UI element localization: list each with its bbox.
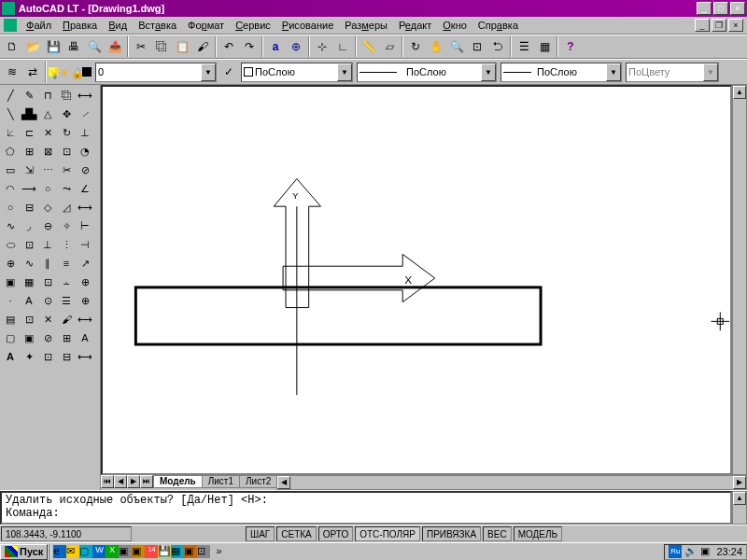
chevron-down-icon[interactable]: ▼: [337, 63, 352, 81]
tab-model[interactable]: Модель: [153, 475, 203, 488]
tab-nav-last-icon[interactable]: ⏭: [140, 475, 153, 488]
group-icon[interactable]: ⊞: [57, 329, 76, 347]
doc-icon[interactable]: [4, 19, 17, 32]
dimtedit-icon[interactable]: A: [76, 329, 94, 347]
scroll-right-icon[interactable]: ▶: [733, 476, 746, 489]
break-icon[interactable]: ⊟: [20, 198, 38, 217]
toggle-lwt[interactable]: ВЕС: [483, 526, 512, 541]
save-icon[interactable]: 💾: [43, 36, 63, 57]
menu-draw[interactable]: Рисование: [276, 18, 339, 33]
snap-mid-icon[interactable]: △: [38, 105, 57, 123]
chamfer-icon[interactable]: ◿: [57, 198, 76, 217]
scroll-up-icon[interactable]: ▲: [733, 492, 746, 505]
tray-app-icon[interactable]: ▣: [700, 545, 713, 558]
dim-dia-icon[interactable]: ⊘: [76, 161, 94, 179]
layer-prev-icon[interactable]: ⇄: [22, 62, 43, 82]
ellipse-icon[interactable]: ⬭: [1, 235, 20, 254]
snap-app-icon[interactable]: ⊠: [38, 142, 57, 161]
tab-nav-next-icon[interactable]: ▶: [127, 475, 140, 488]
ql-app4-icon[interactable]: ▣: [184, 545, 197, 558]
xline-icon[interactable]: ╲: [1, 105, 20, 123]
draworder-icon[interactable]: ⊟: [57, 347, 76, 366]
zoom-prev-icon[interactable]: ⮌: [487, 36, 508, 57]
block-icon[interactable]: ▣: [1, 273, 20, 291]
matchprop-icon[interactable]: 🖌: [57, 310, 76, 329]
spline-icon[interactable]: ∿: [1, 217, 20, 235]
toggle-snap[interactable]: ШАГ: [246, 526, 275, 541]
vertical-scrollbar[interactable]: ▲: [732, 85, 747, 475]
ql-excel-icon[interactable]: X: [106, 545, 119, 558]
hatch-icon[interactable]: ▤: [1, 310, 20, 329]
plotstyle-dropdown[interactable]: ПоЦвету ▼: [626, 63, 719, 82]
zoom-rt-icon[interactable]: 🔍: [446, 36, 467, 57]
center-icon[interactable]: ⊕: [76, 291, 94, 310]
dimstyle-icon[interactable]: ⟷: [76, 347, 94, 366]
menu-window[interactable]: Окно: [437, 18, 472, 33]
tab-nav-first-icon[interactable]: ⏮: [101, 475, 114, 488]
divide-icon[interactable]: ⋮: [57, 235, 76, 254]
scroll-up-icon[interactable]: ▲: [733, 86, 746, 99]
arc-icon[interactable]: ◠: [1, 179, 20, 198]
toggle-model[interactable]: МОДЕЛЬ: [514, 526, 562, 541]
horizontal-scrollbar[interactable]: ◀ ▶: [276, 475, 747, 490]
toggle-osnap[interactable]: ПРИВЯЗКА: [422, 526, 481, 541]
zoom-win-icon[interactable]: ⊡: [467, 36, 487, 57]
open-icon[interactable]: 📂: [22, 36, 43, 57]
snap-nea-icon[interactable]: ✕: [38, 310, 57, 329]
snap-end-icon[interactable]: ⊓: [38, 86, 57, 105]
toggle-polar[interactable]: ОТС-ПОЛЯР: [355, 526, 420, 541]
snap-par-icon[interactable]: ∥: [38, 254, 57, 273]
layer-mgr-icon[interactable]: ≋: [2, 62, 22, 82]
align-icon[interactable]: ⫠: [57, 273, 76, 291]
mdi-minimize-button[interactable]: _: [695, 19, 710, 32]
pan-icon[interactable]: ✋: [426, 36, 446, 57]
leader-icon[interactable]: ↗: [76, 254, 94, 273]
start-button[interactable]: Пуск: [0, 544, 48, 560]
dim-ord-icon[interactable]: ⊥: [76, 123, 94, 142]
ql-app3-icon[interactable]: ▦: [171, 545, 184, 558]
coords-readout[interactable]: 108.3443, -9.1100: [1, 526, 132, 541]
move-icon[interactable]: ✥: [57, 105, 76, 123]
redraw-icon[interactable]: ↻: [405, 36, 426, 57]
snap-ins-icon[interactable]: ⊡: [38, 273, 57, 291]
measure-icon[interactable]: ≡: [57, 254, 76, 273]
undo-icon[interactable]: ↶: [218, 36, 239, 57]
makecur-icon[interactable]: ✓: [218, 62, 239, 82]
drawing-canvas[interactable]: Y X: [101, 85, 732, 475]
trim-icon[interactable]: ✂: [57, 161, 76, 179]
dimedit-icon[interactable]: ⟷: [76, 310, 94, 329]
dim-ang-icon[interactable]: ∠: [76, 179, 94, 198]
ql-ie-icon[interactable]: e: [53, 545, 66, 558]
ql-desktop-icon[interactable]: ▢: [79, 545, 92, 558]
array-icon[interactable]: ⊞: [20, 142, 38, 161]
props-icon[interactable]: ☰: [514, 36, 534, 57]
snap-ext-icon[interactable]: ⋯: [38, 161, 57, 179]
menu-service[interactable]: Сервис: [230, 18, 276, 33]
lineweight-dropdown[interactable]: ПоСлою ▼: [500, 63, 622, 82]
snap-from-icon[interactable]: ⊹: [312, 36, 332, 57]
help-icon[interactable]: ?: [560, 36, 581, 57]
props2-icon[interactable]: ☰: [57, 291, 76, 310]
menu-modify[interactable]: Редакт: [393, 18, 437, 33]
dcenter-icon[interactable]: ▦: [534, 36, 555, 57]
pline-icon[interactable]: ⟀: [1, 123, 20, 142]
line-icon[interactable]: ╱: [1, 86, 20, 105]
menu-view[interactable]: Вид: [103, 18, 133, 33]
erase-icon[interactable]: ✎: [20, 86, 38, 105]
command-scrollbar[interactable]: ▲: [732, 491, 747, 525]
snap-int-icon[interactable]: ✕: [38, 123, 57, 142]
hatchedit-icon[interactable]: ▦: [20, 273, 38, 291]
rotate-icon[interactable]: ↻: [57, 123, 76, 142]
ql-save-icon[interactable]: 💾: [158, 545, 171, 558]
osnap-set-icon[interactable]: ⊡: [38, 347, 57, 366]
menu-format[interactable]: Формат: [182, 18, 230, 33]
close-button[interactable]: ×: [730, 2, 745, 15]
dim-ali-icon[interactable]: ⟋: [76, 105, 94, 123]
dim-con-icon[interactable]: ⊣: [76, 235, 94, 254]
fillet-icon[interactable]: ◞: [20, 217, 38, 235]
mirror-icon[interactable]: ▟▙: [20, 105, 38, 123]
textedit-icon[interactable]: A: [20, 291, 38, 310]
region-icon[interactable]: ▢: [1, 329, 20, 347]
dim-rad-icon[interactable]: ◔: [76, 142, 94, 161]
area-icon[interactable]: ▱: [379, 36, 400, 57]
